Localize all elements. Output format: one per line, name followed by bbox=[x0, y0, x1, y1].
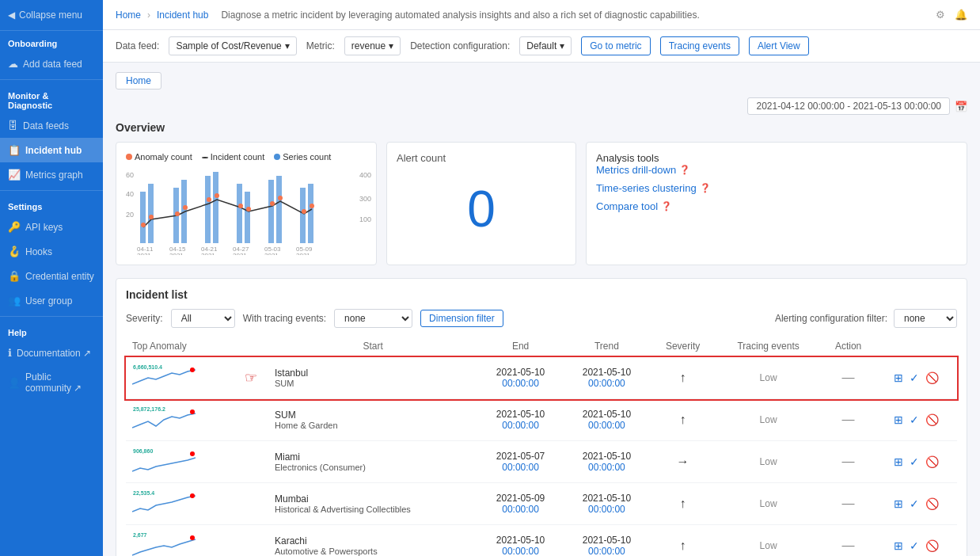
action-suppress-icon[interactable]: 🚫 bbox=[925, 497, 939, 510]
time-series-clustering-link[interactable]: Time-series clustering ❓ bbox=[596, 182, 957, 194]
sidebar-item-label: Add data feed bbox=[23, 59, 82, 70]
action-detail-icon[interactable]: ⊞ bbox=[894, 455, 903, 468]
data-feed-select[interactable]: Sample of Cost/Revenue ▾ bbox=[169, 36, 296, 55]
sidebar-item-hooks[interactable]: 🪝 Hooks bbox=[0, 239, 103, 264]
breadcrumb-home[interactable]: Home bbox=[116, 72, 161, 89]
detection-config-select[interactable]: Default ▾ bbox=[519, 36, 572, 55]
col-start: Start bbox=[268, 336, 477, 357]
sidebar-item-label: Public community ↗ bbox=[25, 371, 95, 394]
chart-legend: Anomaly count Incident count Series coun… bbox=[126, 152, 367, 162]
svg-rect-7 bbox=[148, 184, 154, 243]
sidebar-item-add-data-feed[interactable]: ☁ Add data feed bbox=[0, 51, 103, 76]
action-check-icon[interactable]: ✓ bbox=[910, 371, 919, 384]
tracing-events-cell: — bbox=[821, 441, 876, 483]
sidebar-item-incident-hub[interactable]: 📋 Incident hub bbox=[0, 138, 103, 162]
cursor-icon: ☞ bbox=[245, 370, 257, 386]
start-cell: 2021-05-10 00:00:00 bbox=[477, 357, 564, 399]
alert-view-button[interactable]: Alert View bbox=[749, 36, 809, 55]
svg-text:100: 100 bbox=[359, 215, 371, 223]
svg-text:300: 300 bbox=[359, 195, 371, 203]
svg-text:2,677: 2,677 bbox=[133, 532, 147, 539]
date-range-bar: 2021-04-12 00:00:00 - 2021-05-13 00:00:0… bbox=[116, 97, 967, 115]
settings-icon[interactable]: ⚙ bbox=[936, 9, 945, 21]
section-onboarding: Onboarding bbox=[0, 31, 103, 51]
go-to-metric-button[interactable]: Go to metric bbox=[581, 36, 650, 55]
metric-select[interactable]: revenue ▾ bbox=[344, 36, 401, 55]
svg-point-22 bbox=[207, 197, 211, 202]
sparkline-cell: 6,660,510.4 bbox=[126, 357, 233, 399]
action-suppress-icon[interactable]: 🚫 bbox=[925, 371, 939, 384]
table-row[interactable]: 22,535.4 Mumbai Historical & Advertising… bbox=[126, 483, 957, 525]
svg-text:20: 20 bbox=[126, 211, 134, 219]
divider-3 bbox=[0, 316, 103, 317]
action-cell: ⊞ ✓ 🚫 bbox=[876, 357, 957, 399]
date-range-value: 2021-04-12 00:00:00 - 2021-05-13 00:00:0… bbox=[747, 97, 950, 115]
severity-cell: Low bbox=[716, 357, 821, 399]
compare-tool-link[interactable]: Compare tool ❓ bbox=[596, 200, 957, 212]
sparkline-cell: 22,535.4 bbox=[126, 483, 233, 525]
sidebar-item-documentation[interactable]: ℹ Documentation ↗ bbox=[0, 341, 103, 365]
alerting-config-select[interactable]: none bbox=[894, 309, 957, 328]
toolbar: Data feed: Sample of Cost/Revenue ▾ Metr… bbox=[103, 30, 980, 63]
svg-point-29 bbox=[310, 204, 314, 208]
sidebar-item-label: Metrics graph bbox=[25, 169, 83, 181]
cursor-cell: ☞ bbox=[233, 357, 268, 399]
action-suppress-icon[interactable]: 🚫 bbox=[925, 539, 939, 552]
divider-2 bbox=[0, 190, 103, 191]
action-detail-icon[interactable]: ⊞ bbox=[894, 539, 903, 552]
tracing-events-button[interactable]: Tracing events bbox=[660, 36, 739, 55]
metric-value: revenue bbox=[351, 40, 386, 51]
sidebar-item-credential-entity[interactable]: 🔒 Credential entity bbox=[0, 264, 103, 288]
col-trend: Trend bbox=[564, 336, 650, 357]
svg-point-20 bbox=[175, 211, 180, 216]
table-row[interactable]: 906,860 Miami Electronics (Consumer) 202… bbox=[126, 441, 957, 483]
action-check-icon[interactable]: ✓ bbox=[910, 413, 919, 426]
action-detail-icon[interactable]: ⊞ bbox=[894, 497, 903, 510]
table-row[interactable]: 2,677 Karachi Automotive & Powersports 2… bbox=[126, 525, 957, 557]
tracing-events-cell: — bbox=[821, 483, 876, 525]
action-check-icon[interactable]: ✓ bbox=[910, 539, 919, 552]
metrics-drill-down-link[interactable]: Metrics drill-down ❓ bbox=[596, 164, 957, 176]
data-feed-value: Sample of Cost/Revenue bbox=[176, 40, 281, 51]
time-series-clustering-label: Time-series clustering bbox=[596, 182, 697, 194]
analysis-tools-panel: Analysis tools Metrics drill-down ❓ Time… bbox=[586, 142, 967, 265]
action-check-icon[interactable]: ✓ bbox=[910, 455, 919, 468]
sidebar-item-label: User group bbox=[25, 295, 72, 307]
nav-incident-hub-link[interactable]: Incident hub bbox=[157, 10, 208, 21]
tracing-events-select[interactable]: none with events bbox=[334, 309, 412, 328]
nav-home-link[interactable]: Home bbox=[116, 10, 141, 21]
dimension-filter-button[interactable]: Dimension filter bbox=[420, 310, 503, 327]
chevron-down-icon: ▾ bbox=[560, 40, 564, 51]
calendar-icon[interactable]: 📅 bbox=[955, 101, 967, 112]
severity-select[interactable]: All Low Medium High bbox=[171, 309, 235, 328]
severity-filter-label: Severity: bbox=[126, 313, 163, 324]
action-suppress-icon[interactable]: 🚫 bbox=[925, 455, 939, 468]
sidebar-item-data-feeds[interactable]: 🗄 Data feeds bbox=[0, 113, 103, 138]
action-cell: ⊞ ✓ 🚫 bbox=[876, 525, 957, 557]
sidebar-item-public-community[interactable]: 👤 Public community ↗ bbox=[0, 365, 103, 400]
cursor-cell bbox=[233, 441, 268, 483]
start-cell: 2021-05-09 00:00:00 bbox=[477, 483, 564, 525]
severity-value: Low bbox=[760, 498, 777, 509]
action-detail-icon[interactable]: ⊞ bbox=[894, 413, 903, 426]
table-row[interactable]: 6,660,510.4 ☞ Istanbul SUM 2021-05-10 00… bbox=[126, 357, 957, 399]
topnav-icons: ⚙ 🔔 bbox=[936, 9, 967, 21]
action-detail-icon[interactable]: ⊞ bbox=[894, 371, 903, 384]
bell-icon[interactable]: 🔔 bbox=[955, 9, 967, 21]
col-action: Action bbox=[821, 336, 876, 357]
users-icon: 👥 bbox=[8, 295, 21, 307]
anomaly-count-legend: Anomaly count bbox=[126, 152, 192, 162]
action-check-icon[interactable]: ✓ bbox=[910, 497, 919, 510]
svg-text:6,660,510.4: 6,660,510.4 bbox=[133, 364, 162, 371]
table-row[interactable]: 25,872,176.2 SUM Home & Garden 2021-05-1… bbox=[126, 399, 957, 441]
sidebar-item-metrics-graph[interactable]: 📈 Metrics graph bbox=[0, 162, 103, 187]
trend-icon: ↑ bbox=[680, 371, 686, 384]
collapse-menu-button[interactable]: ◀ Collapse menu bbox=[0, 0, 103, 31]
tracing-events-cell: — bbox=[821, 525, 876, 557]
svg-point-44 bbox=[190, 409, 195, 414]
end-cell: 2021-05-10 00:00:00 bbox=[564, 483, 650, 525]
sidebar-item-user-group[interactable]: 👥 User group bbox=[0, 288, 103, 313]
sidebar-item-api-keys[interactable]: 🔑 API keys bbox=[0, 215, 103, 239]
action-suppress-icon[interactable]: 🚫 bbox=[925, 413, 939, 426]
start-cell: 2021-05-10 00:00:00 bbox=[477, 399, 564, 441]
